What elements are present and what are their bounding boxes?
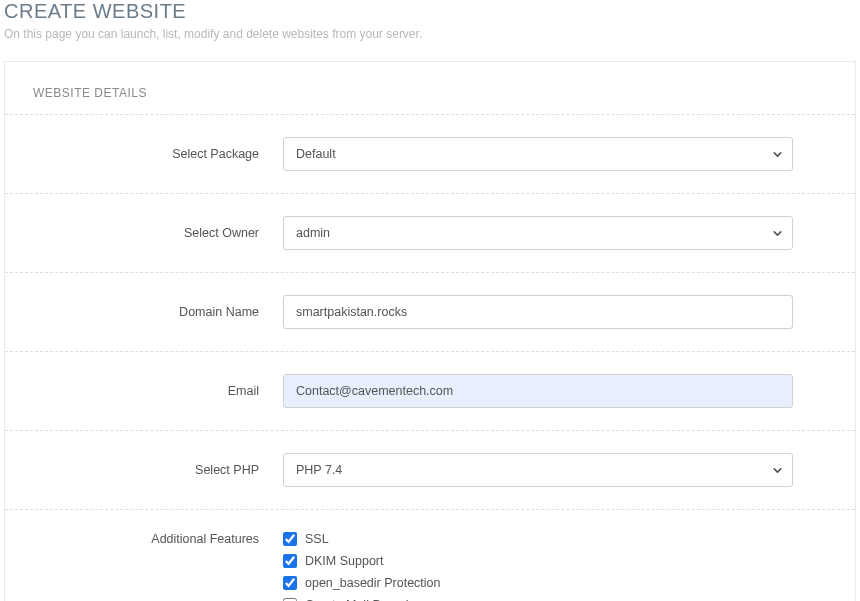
checkbox-label-ssl: SSL — [305, 532, 329, 546]
row-domain-name: Domain Name — [5, 272, 855, 351]
row-email: Email — [5, 351, 855, 430]
row-select-php: Select PHP PHP 7.4 — [5, 430, 855, 509]
row-select-owner: Select Owner admin — [5, 193, 855, 272]
label-additional-features: Additional Features — [33, 532, 283, 546]
panel-title: WEBSITE DETAILS — [5, 62, 855, 114]
label-select-php: Select PHP — [33, 463, 283, 477]
checkbox-open-basedir[interactable] — [283, 576, 297, 590]
checkbox-item-dkim[interactable]: DKIM Support — [283, 554, 793, 568]
input-domain-name[interactable] — [283, 295, 793, 329]
checkbox-ssl[interactable] — [283, 532, 297, 546]
row-select-package: Select Package Default — [5, 114, 855, 193]
checkbox-group-features: SSL DKIM Support open_basedir Protection… — [283, 532, 793, 601]
row-additional-features: Additional Features SSL DKIM Support ope… — [5, 509, 855, 601]
checkbox-dkim[interactable] — [283, 554, 297, 568]
input-email[interactable] — [283, 374, 793, 408]
website-details-panel: WEBSITE DETAILS Select Package Default S… — [4, 61, 856, 601]
page-title: CREATE WEBSITE — [4, 0, 860, 23]
label-select-owner: Select Owner — [33, 226, 283, 240]
checkbox-item-ssl[interactable]: SSL — [283, 532, 793, 546]
page-subtitle: On this page you can launch, list, modif… — [4, 27, 860, 41]
label-email: Email — [33, 384, 283, 398]
select-owner[interactable]: admin — [283, 216, 793, 250]
label-domain-name: Domain Name — [33, 305, 283, 319]
checkbox-item-open-basedir[interactable]: open_basedir Protection — [283, 576, 793, 590]
checkbox-label-dkim: DKIM Support — [305, 554, 384, 568]
checkbox-label-open-basedir: open_basedir Protection — [305, 576, 441, 590]
select-php[interactable]: PHP 7.4 — [283, 453, 793, 487]
label-select-package: Select Package — [33, 147, 283, 161]
select-package[interactable]: Default — [283, 137, 793, 171]
